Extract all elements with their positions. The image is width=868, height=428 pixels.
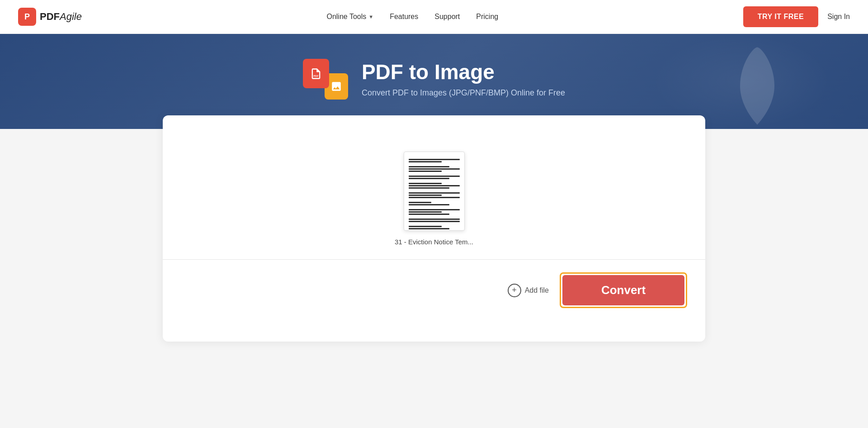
logo-icon: P: [18, 8, 36, 26]
nav-support[interactable]: Support: [434, 13, 460, 21]
chevron-down-icon: ▼: [368, 14, 373, 19]
svg-text:PDF: PDF: [313, 75, 319, 77]
nav-pricing[interactable]: Pricing: [476, 13, 498, 21]
hero-banner: PDF PDF to Image Convert PDF to Images (…: [0, 34, 868, 129]
add-file-label: Add file: [525, 286, 549, 295]
thumbnail-inner: [407, 155, 462, 228]
bottom-bar: + Add file Convert: [181, 260, 687, 323]
nav-online-tools[interactable]: Online Tools ▼: [326, 13, 373, 21]
logo[interactable]: P PDFAgile: [18, 8, 82, 26]
nav-actions: TRY IT FREE Sign In: [743, 6, 850, 27]
hero-content: PDF PDF to Image Convert PDF to Images (…: [303, 59, 565, 100]
pdf-icon: PDF: [303, 59, 329, 88]
file-thumbnail: [404, 152, 465, 231]
file-preview: 31 - Eviction Notice Tem...: [395, 152, 473, 246]
upload-card: 31 - Eviction Notice Tem... + Add file C…: [163, 115, 705, 342]
nav-features[interactable]: Features: [390, 13, 418, 21]
nav-links: Online Tools ▼ Features Support Pricing: [326, 13, 498, 21]
decorative-leaf: [701, 43, 814, 129]
sign-in-link[interactable]: Sign In: [827, 13, 850, 21]
hero-icons: PDF: [303, 59, 348, 100]
main-content: 31 - Eviction Notice Tem... + Add file C…: [81, 115, 787, 342]
convert-button[interactable]: Convert: [562, 275, 684, 305]
hero-text: PDF to Image Convert PDF to Images (JPG/…: [362, 61, 565, 98]
add-file-button[interactable]: + Add file: [508, 284, 549, 297]
convert-wrapper: Convert: [560, 272, 687, 308]
hero-title: PDF to Image: [362, 61, 565, 84]
hero-subtitle: Convert PDF to Images (JPG/PNF/BMP) Onli…: [362, 88, 565, 98]
file-area: 31 - Eviction Notice Tem...: [181, 133, 687, 259]
navbar: P PDFAgile Online Tools ▼ Features Suppo…: [0, 0, 868, 34]
add-file-icon: +: [508, 284, 521, 297]
logo-text: PDFAgile: [40, 11, 82, 23]
try-free-button[interactable]: TRY IT FREE: [743, 6, 818, 27]
file-name: 31 - Eviction Notice Tem...: [395, 238, 473, 246]
